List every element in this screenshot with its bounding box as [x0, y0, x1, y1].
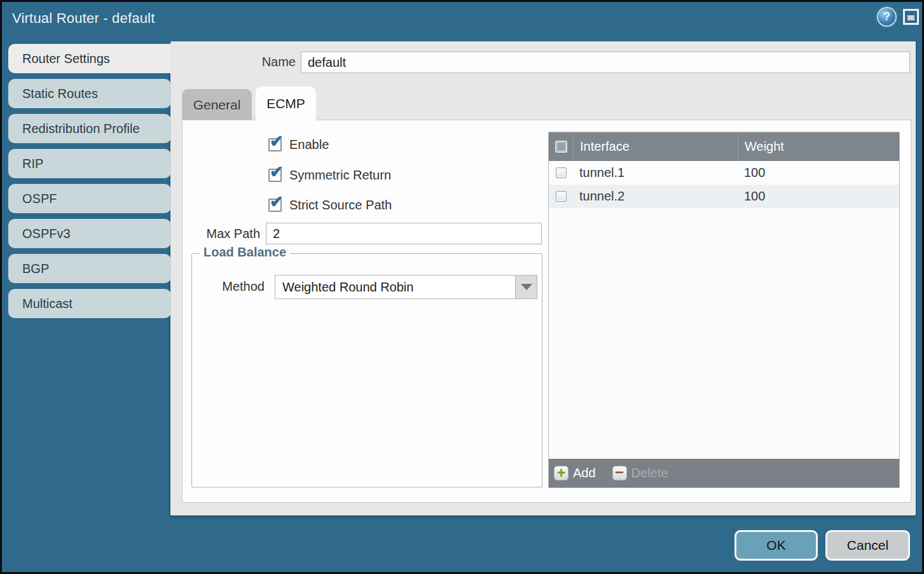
sidebar-item-ospfv3[interactable]: OSPFv3 — [8, 219, 171, 248]
row-checkbox[interactable] — [556, 167, 567, 178]
sidebar-item-ospf[interactable]: OSPF — [8, 184, 171, 213]
sidebar-item-multicast[interactable]: Multicast — [8, 289, 171, 318]
cell-weight[interactable]: 100 — [738, 161, 899, 185]
ecmp-tab-panel: ✔ Enable ✔ Symmetric Return ✔ Strict Sou… — [182, 120, 911, 503]
sidebar-item-router-settings[interactable]: Router Settings — [8, 44, 171, 73]
help-icon[interactable]: ? — [878, 8, 895, 25]
method-label: Method — [215, 279, 265, 294]
method-select[interactable]: Weighted Round Robin — [275, 275, 516, 299]
column-header-weight[interactable]: Weight — [738, 132, 899, 161]
cancel-button[interactable]: Cancel — [825, 530, 910, 561]
row-checkbox-cell — [549, 185, 573, 208]
chevron-down-icon — [521, 284, 532, 290]
method-dropdown-button[interactable] — [515, 275, 537, 299]
sidebar: Router Settings Static Routes Redistribu… — [8, 44, 171, 324]
table-row[interactable]: tunnel.1 100 — [549, 161, 899, 185]
row-checkbox-cell — [549, 161, 573, 185]
strict-source-path-row: ✔ Strict Source Path — [268, 197, 392, 213]
delete-button[interactable]: − Delete — [612, 466, 668, 480]
virtual-router-dialog: Virtual Router - default ? Router Settin… — [0, 0, 924, 574]
tab-ecmp[interactable]: ECMP — [256, 87, 316, 120]
dialog-title: Virtual Router - default — [12, 10, 155, 27]
interface-table: Interface Weight tunnel.1 100 tunnel.2 1… — [548, 132, 900, 488]
tab-general[interactable]: General — [182, 89, 252, 120]
add-button-label: Add — [573, 466, 596, 480]
enable-checkbox[interactable]: ✔ — [268, 138, 282, 151]
cell-weight[interactable]: 100 — [738, 185, 899, 208]
minus-icon: − — [612, 466, 627, 480]
checkmark-icon: ✔ — [270, 192, 284, 212]
load-balance-fieldset: Load Balance Method Weighted Round Robin — [191, 253, 542, 487]
cell-interface[interactable]: tunnel.2 — [573, 185, 738, 208]
strict-source-path-checkbox[interactable]: ✔ — [268, 199, 282, 212]
row-checkbox[interactable] — [556, 191, 567, 202]
add-button[interactable]: + Add — [554, 466, 596, 480]
delete-button-label: Delete — [631, 466, 668, 480]
select-all-checkbox[interactable] — [555, 141, 567, 153]
restore-window-icon-inner — [907, 15, 914, 20]
ok-button[interactable]: OK — [734, 530, 818, 561]
sidebar-item-redistribution-profile[interactable]: Redistribution Profile — [8, 114, 171, 143]
table-row[interactable]: tunnel.2 100 — [549, 185, 899, 208]
header-checkbox-cell — [549, 132, 573, 161]
plus-icon: + — [554, 466, 569, 480]
checkmark-icon: ✔ — [270, 132, 284, 151]
interface-table-footer: + Add − Delete — [549, 459, 899, 487]
name-field-label: Name — [219, 55, 296, 69]
strict-source-path-label: Strict Source Path — [289, 198, 392, 213]
enable-row: ✔ Enable — [268, 136, 329, 153]
restore-window-icon[interactable] — [903, 9, 919, 25]
symmetric-return-label: Symmetric Return — [289, 168, 391, 183]
max-path-label: Max Path — [195, 227, 260, 241]
symmetric-return-checkbox[interactable]: ✔ — [268, 169, 282, 182]
cell-interface[interactable]: tunnel.1 — [573, 161, 738, 185]
column-header-interface[interactable]: Interface — [573, 132, 738, 161]
sidebar-item-static-routes[interactable]: Static Routes — [8, 79, 171, 108]
table-empty-area — [549, 208, 899, 459]
load-balance-legend: Load Balance — [200, 245, 290, 260]
checkmark-icon: ✔ — [270, 162, 284, 182]
name-input[interactable] — [301, 52, 910, 73]
sidebar-item-rip[interactable]: RIP — [8, 149, 171, 178]
max-path-input[interactable] — [266, 223, 542, 244]
interface-table-header: Interface Weight — [549, 132, 899, 161]
symmetric-return-row: ✔ Symmetric Return — [268, 167, 391, 183]
sidebar-item-bgp[interactable]: BGP — [8, 254, 171, 283]
enable-label: Enable — [289, 137, 329, 152]
